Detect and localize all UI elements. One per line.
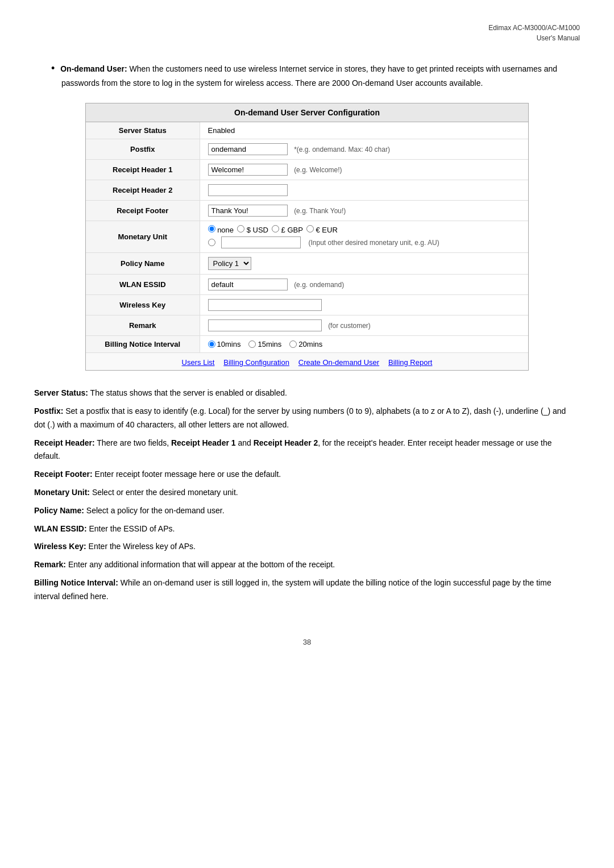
label-policy-name: Policy Name [86, 253, 200, 275]
intro-paragraph: • On-demand User: When the customers nee… [51, 60, 580, 89]
remark-hint: (for customer) [328, 322, 371, 330]
postfix-input[interactable] [208, 143, 288, 155]
row-postfix: Postfix *(e.g. ondemand. Max: 40 char) [86, 139, 528, 160]
intro-bold-label: On-demand User: [60, 64, 127, 73]
bullet-dot: • [51, 63, 55, 74]
bottom-nav-links: Users List Billing Configuration Create … [86, 352, 528, 370]
label-billing-notice-interval: Billing Notice Interval [86, 336, 200, 353]
radio-usd[interactable] [237, 225, 244, 232]
row-server-status: Server Status Enabled [86, 122, 528, 139]
value-wireless-key [200, 295, 528, 315]
radio-15mins-label[interactable]: 15mins [248, 340, 281, 348]
brand-line1: Edimax AC-M3000/AC-M1000 [34, 23, 580, 33]
value-policy-name: Policy 1 [200, 253, 528, 275]
value-remark: (for customer) [200, 315, 528, 336]
label-monetary-unit: Monetary Unit [86, 221, 200, 253]
label-remark: Remark [86, 315, 200, 336]
config-table: Server Status Enabled Postfix *(e.g. ond… [86, 122, 528, 352]
intro-text: When the customers need to use wireless … [61, 64, 557, 88]
desc-billing-notice-interval: Billing Notice Interval: While an on-dem… [34, 576, 569, 604]
radio-usd-label[interactable]: $ USD [237, 225, 268, 234]
receipt-footer-input[interactable] [208, 205, 288, 217]
desc-remark: Remark: Enter any additional information… [34, 558, 569, 572]
radio-10mins-label[interactable]: 10mins [208, 340, 241, 348]
radio-15mins[interactable] [248, 340, 256, 348]
radio-20mins-label[interactable]: 20mins [289, 340, 322, 348]
radio-gbp[interactable] [272, 225, 279, 232]
receipt-header2-input[interactable] [208, 184, 288, 196]
desc-wireless-key: Wireless Key: Enter the Wireless key of … [34, 540, 569, 554]
remark-input[interactable] [208, 319, 322, 331]
row-policy-name: Policy Name Policy 1 [86, 253, 528, 275]
row-receipt-header2: Receipt Header 2 [86, 180, 528, 201]
row-billing-notice-interval: Billing Notice Interval 10mins 15mins [86, 336, 528, 353]
nav-link-create-on-demand-user[interactable]: Create On-demand User [298, 358, 379, 367]
radio-other[interactable] [208, 239, 215, 246]
receipt-header1-input[interactable] [208, 164, 288, 176]
radio-eur-label[interactable]: € EUR [306, 225, 338, 234]
value-receipt-header1: (e.g. Welcome!) [200, 160, 528, 180]
label-server-status: Server Status [86, 122, 200, 139]
policy-name-select[interactable]: Policy 1 [208, 257, 251, 270]
nav-link-users-list[interactable]: Users List [182, 358, 215, 367]
radio-gbp-label[interactable]: £ GBP [272, 225, 303, 234]
label-receipt-header2: Receipt Header 2 [86, 180, 200, 201]
row-wlan-essid: WLAN ESSID (e.g. ondemand) [86, 275, 528, 295]
intro-section: • On-demand User: When the customers nee… [34, 60, 580, 89]
radio-10mins[interactable] [208, 340, 215, 348]
value-wlan-essid: (e.g. ondemand) [200, 275, 528, 295]
label-postfix: Postfix [86, 139, 200, 160]
wlan-essid-hint: (e.g. ondemand) [294, 281, 344, 289]
label-wireless-key: Wireless Key [86, 295, 200, 315]
config-table-wrapper: On-demand User Server Configuration Serv… [85, 103, 529, 371]
receipt-header1-hint: (e.g. Welcome!) [294, 166, 342, 174]
value-receipt-footer: (e.g. Thank You!) [200, 201, 528, 221]
nav-link-billing-report[interactable]: Billing Report [388, 358, 432, 367]
value-receipt-header2 [200, 180, 528, 201]
wireless-key-input[interactable] [208, 299, 322, 311]
receipt-footer-hint: (e.g. Thank You!) [294, 207, 346, 215]
monetary-other-input[interactable] [221, 236, 301, 248]
radio-eur[interactable] [306, 225, 314, 232]
desc-server-status: Server Status: The status shows that the… [34, 387, 569, 400]
row-monetary-unit: Monetary Unit none $ USD [86, 221, 528, 253]
page-number: 38 [34, 638, 580, 646]
row-receipt-footer: Receipt Footer (e.g. Thank You!) [86, 201, 528, 221]
label-wlan-essid: WLAN ESSID [86, 275, 200, 295]
label-receipt-footer: Receipt Footer [86, 201, 200, 221]
label-receipt-header1: Receipt Header 1 [86, 160, 200, 180]
desc-policy-name: Policy Name: Select a policy for the on-… [34, 504, 569, 518]
description-section: Server Status: The status shows that the… [34, 387, 569, 603]
monetary-other-hint: (Input other desired monetary unit, e.g.… [309, 239, 439, 247]
value-billing-notice-interval: 10mins 15mins 20mins [200, 336, 528, 353]
wlan-essid-input[interactable] [208, 279, 288, 290]
value-server-status: Enabled [200, 122, 528, 139]
brand-header: Edimax AC-M3000/AC-M1000 User's Manual [34, 23, 580, 43]
postfix-hint: *(e.g. ondemand. Max: 40 char) [294, 146, 390, 153]
desc-postfix: Postfix: Set a postfix that is easy to i… [34, 405, 569, 432]
radio-none[interactable] [208, 225, 215, 232]
desc-receipt-header: Receipt Header: There are two fields, Re… [34, 437, 569, 464]
radio-20mins[interactable] [289, 340, 297, 348]
value-monetary-unit: none $ USD £ GBP [200, 221, 528, 253]
brand-line2: User's Manual [34, 33, 580, 43]
row-remark: Remark (for customer) [86, 315, 528, 336]
row-wireless-key: Wireless Key [86, 295, 528, 315]
config-table-title: On-demand User Server Configuration [86, 103, 528, 122]
nav-link-billing-configuration[interactable]: Billing Configuration [223, 358, 289, 367]
value-postfix: *(e.g. ondemand. Max: 40 char) [200, 139, 528, 160]
desc-monetary-unit: Monetary Unit: Select or enter the desir… [34, 486, 569, 500]
radio-none-label[interactable]: none [208, 225, 234, 234]
desc-wlan-essid: WLAN ESSID: Enter the ESSID of APs. [34, 522, 569, 536]
desc-receipt-footer: Receipt Footer: Enter receipt footer mes… [34, 468, 569, 481]
row-receipt-header1: Receipt Header 1 (e.g. Welcome!) [86, 160, 528, 180]
